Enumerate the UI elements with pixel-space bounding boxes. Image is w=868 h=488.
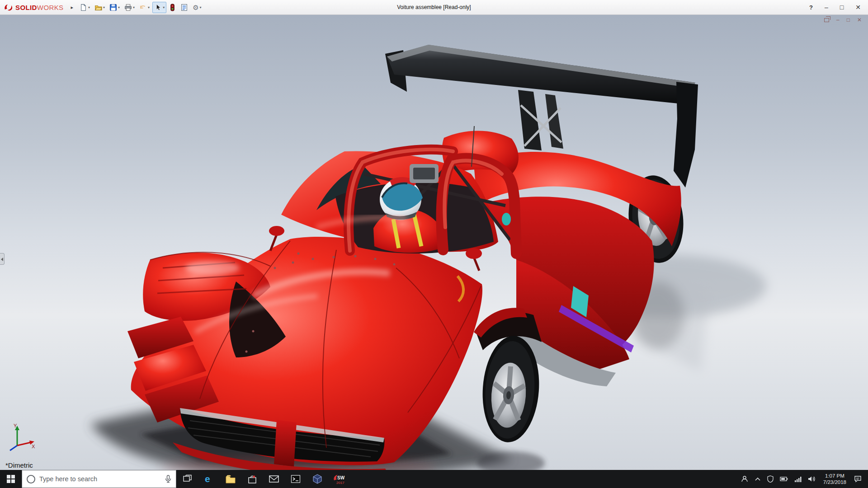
- brand-text: SOLIDWORKS: [15, 4, 64, 11]
- taskbar-console-button[interactable]: [285, 470, 307, 488]
- file-properties-icon: [180, 4, 188, 11]
- save-floppy-icon: [109, 4, 117, 11]
- dropdown-caret[interactable]: ▾: [103, 5, 105, 9]
- taskbar-solidworks-button[interactable]: SW 2017: [328, 470, 350, 488]
- print-icon: [124, 4, 132, 11]
- brand-solid: SOLID: [15, 4, 37, 11]
- action-center-icon: [854, 475, 862, 483]
- taskbar-file-explorer-button[interactable]: [220, 470, 241, 488]
- rebuild-stoplight-icon: [169, 4, 176, 11]
- cad-cube-icon: [312, 474, 322, 484]
- microphone-icon[interactable]: [165, 475, 171, 483]
- shield-icon: [767, 475, 774, 483]
- clock-date: 7/23/2018: [823, 479, 846, 485]
- options-button[interactable]: ⚙ ▾: [191, 2, 203, 13]
- dropdown-caret[interactable]: ▾: [88, 5, 90, 9]
- sw-letters: SW: [337, 475, 345, 480]
- ds-logo-icon: [4, 3, 14, 11]
- maximize-button[interactable]: □: [840, 4, 844, 10]
- car-model[interactable]: [0, 15, 868, 470]
- options-gear-icon: ⚙: [193, 4, 198, 11]
- battery-tray-button[interactable]: [777, 470, 791, 488]
- dropdown-caret[interactable]: ▾: [200, 5, 202, 9]
- file-explorer-icon: [225, 474, 236, 484]
- mail-icon: [269, 474, 279, 483]
- chevron-up-icon: [755, 477, 761, 481]
- system-tray: 1:07 PM 7/23/2018: [738, 470, 868, 488]
- taskbar-search: [22, 470, 176, 488]
- dropdown-caret[interactable]: ▾: [163, 5, 165, 9]
- dropdown-caret[interactable]: ▾: [148, 5, 150, 9]
- tray-expand-button[interactable]: [751, 470, 764, 488]
- doc-close-button[interactable]: ✕: [857, 17, 862, 23]
- open-folder-icon: [94, 4, 102, 11]
- clock-time: 1:07 PM: [823, 473, 846, 479]
- taskbar-mail-button[interactable]: [263, 470, 285, 488]
- print-button[interactable]: ▾: [123, 2, 137, 13]
- minimize-button[interactable]: –: [825, 4, 828, 10]
- dropdown-caret[interactable]: ▾: [133, 5, 135, 9]
- menu-flyout-arrow[interactable]: ▸: [68, 5, 76, 10]
- search-input[interactable]: [39, 475, 161, 483]
- undo-arrow-icon: [139, 4, 147, 11]
- titlebar: SOLIDWORKS ▸ ▾ ▾: [0, 0, 868, 15]
- people-icon: [741, 475, 748, 483]
- taskbar-cad-app-button[interactable]: [307, 470, 328, 488]
- close-button[interactable]: ✕: [855, 4, 861, 10]
- doc-maximize-button[interactable]: □: [847, 17, 850, 23]
- security-tray-button[interactable]: [764, 470, 777, 488]
- viewport-3d[interactable]: – □ ✕ Y X *Dimetric: [0, 15, 868, 470]
- start-button[interactable]: [0, 470, 22, 488]
- windows-logo-icon: [7, 475, 15, 483]
- brand-works: WORKS: [37, 4, 64, 11]
- triad-y-label: Y: [14, 423, 17, 428]
- people-button[interactable]: [738, 470, 751, 488]
- network-tray-button[interactable]: [791, 470, 805, 488]
- solidworks-logo: SOLIDWORKS: [4, 3, 64, 11]
- orientation-triad: Y X: [5, 422, 36, 455]
- open-button[interactable]: ▾: [93, 2, 107, 13]
- taskbar-edge-button[interactable]: e: [198, 470, 220, 488]
- clock[interactable]: 1:07 PM 7/23/2018: [819, 473, 851, 486]
- new-document-icon: [80, 4, 87, 11]
- document-window-controls: – □ ✕: [824, 17, 862, 23]
- new-document-button[interactable]: ▾: [78, 2, 92, 13]
- task-view-icon: [183, 474, 192, 483]
- rebuild-button[interactable]: [167, 2, 178, 13]
- view-orientation-label: *Dimetric: [5, 461, 33, 469]
- dropdown-caret[interactable]: ▾: [118, 5, 120, 9]
- triad-x-label: X: [32, 444, 35, 449]
- cortana-icon[interactable]: [27, 475, 35, 483]
- select-cursor-icon: [154, 4, 162, 11]
- task-view-button[interactable]: [176, 470, 198, 488]
- edge-letter: e: [205, 474, 210, 484]
- store-bag-icon: [247, 474, 257, 484]
- quick-toolbar: ▾ ▾ ▾: [78, 2, 203, 13]
- network-icon: [794, 476, 802, 482]
- screen: SOLIDWORKS ▸ ▾ ▾: [0, 0, 868, 488]
- volume-tray-button[interactable]: [805, 470, 819, 488]
- action-center-button[interactable]: [851, 470, 865, 488]
- sw-year: 2017: [336, 481, 344, 485]
- undo-button[interactable]: ▾: [137, 2, 151, 13]
- save-button[interactable]: ▾: [108, 2, 122, 13]
- console-icon: [291, 474, 301, 483]
- help-button[interactable]: ?: [809, 5, 813, 10]
- file-properties-button[interactable]: [179, 2, 190, 13]
- select-button[interactable]: ▾: [152, 2, 166, 13]
- battery-icon: [780, 476, 788, 482]
- doc-minimize-button[interactable]: –: [836, 17, 840, 23]
- taskbar-store-button[interactable]: [241, 470, 263, 488]
- doc-restore-button[interactable]: [824, 18, 829, 22]
- collapsed-panel-tab[interactable]: [0, 253, 5, 265]
- solidworks-2017-icon: SW 2017: [332, 473, 346, 485]
- volume-icon: [808, 476, 816, 482]
- windows-taskbar: e: [0, 470, 868, 488]
- edge-icon: e: [203, 474, 214, 484]
